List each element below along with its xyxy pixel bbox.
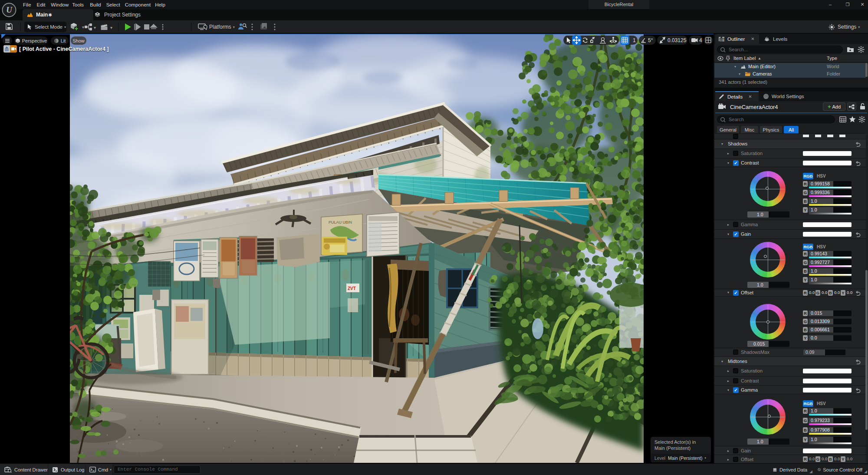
svg-text:4: 4: [699, 37, 702, 43]
svg-text:5°: 5°: [648, 37, 653, 43]
svg-text:0.03125: 0.03125: [667, 37, 687, 43]
svg-text:PULAU UBIN: PULAU UBIN: [329, 220, 352, 224]
svg-text:▾: ▾: [94, 25, 96, 30]
svg-text:U: U: [6, 5, 13, 14]
svg-text:▾: ▾: [110, 25, 112, 30]
svg-text:1: 1: [633, 37, 636, 43]
svg-text:ZVT: ZVT: [348, 286, 356, 291]
